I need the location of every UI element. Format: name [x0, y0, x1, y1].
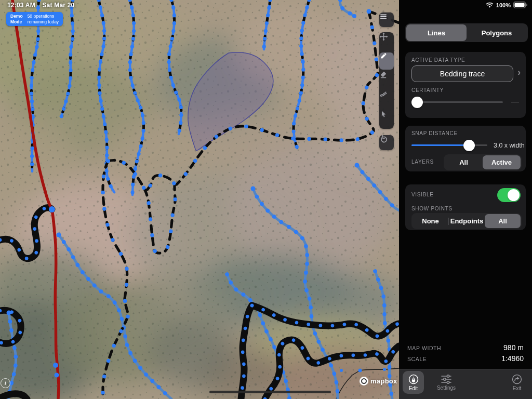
eraser-icon [379, 71, 388, 79]
settings-button[interactable]: Settings [428, 371, 464, 394]
scale-value: 1:4960 [501, 354, 524, 363]
snap-distance-card: SNAP DISTANCE 3.0 x width LAYERS All Act… [405, 126, 526, 171]
map-tool-pill [379, 32, 394, 129]
visible-label: VISIBLE [411, 192, 434, 197]
app-window: 12:03 AM Sat Mar 20 Demo Mode 50 operati… [0, 0, 532, 399]
layers-segmented-control: All Active [444, 154, 522, 170]
status-bar-right: 100% [486, 2, 527, 8]
erase-tool-button[interactable] [379, 71, 394, 90]
mapbox-logo-icon [360, 377, 368, 385]
mode-segmented-control: Lines Polygons [405, 23, 528, 42]
show-points-segmented-control: None Endpoints All [411, 213, 522, 229]
show-points-option-endpoints[interactable]: Endpoints [449, 214, 485, 228]
show-points-label: SHOW POINTS [411, 206, 453, 211]
pointer-icon [379, 110, 388, 118]
demo-badge-title-1: Demo [10, 14, 23, 19]
active-data-type-card: ACTIVE DATA TYPE Bedding trace › CERTAIN… [405, 52, 526, 118]
tab-polygons[interactable]: Polygons [467, 24, 527, 41]
edit-compass-icon [408, 374, 419, 385]
certainty-slider-thumb[interactable] [411, 97, 423, 108]
settings-button-label: Settings [437, 385, 456, 391]
chevron-right-icon[interactable]: › [517, 66, 521, 78]
clock-time: 12:03 AM [7, 2, 35, 9]
visibility-card: VISIBLE SHOW POINTS None Endpoints All [405, 184, 526, 230]
snap-distance-label: SNAP DISTANCE [411, 130, 458, 136]
clock-date: Sat Mar 20 [42, 2, 74, 9]
mapbox-attribution[interactable]: mapbox [360, 377, 397, 385]
demo-badge-text-1: 50 operations [28, 14, 59, 19]
battery-percent: 100% [496, 2, 511, 8]
settings-sliders-icon [440, 374, 453, 384]
snap-slider-thumb[interactable] [463, 140, 475, 151]
certainty-slider[interactable] [411, 96, 503, 109]
battery-icon [513, 2, 527, 8]
map-width-row: MAP WIDTH 980 m [407, 343, 524, 352]
map-width-label: MAP WIDTH [407, 345, 441, 351]
draw-tool-button[interactable] [379, 51, 394, 71]
snap-distance-slider[interactable] [411, 139, 487, 152]
map-canvas[interactable]: 12:03 AM Sat Mar 20 Demo Mode 50 operati… [0, 0, 399, 399]
select-tool-button[interactable] [379, 110, 394, 129]
exit-button-label: Exit [513, 385, 522, 391]
snap-slider-fill [411, 144, 469, 146]
exit-button[interactable]: Exit [506, 371, 528, 394]
visible-toggle[interactable] [497, 188, 521, 202]
demo-badge-text-2: remaining today [28, 19, 59, 25]
smooth-line-icon [379, 90, 388, 99]
tab-lines[interactable]: Lines [406, 24, 467, 41]
show-points-option-none[interactable]: None [413, 214, 448, 228]
bottom-toolbar: Edit Settings Exi [399, 369, 532, 399]
demo-badge-title-2: Mode [10, 19, 23, 25]
visible-toggle-knob [508, 189, 520, 201]
home-indicator[interactable] [209, 391, 331, 393]
move-tool-button[interactable] [379, 32, 394, 51]
side-panel: 100% Lines Polygons ACTIVE DATA TYPE Bed… [399, 0, 532, 399]
undo-icon [379, 135, 388, 144]
satellite-map-graphic [0, 0, 399, 399]
scale-row: SCALE 1:4960 [407, 354, 524, 363]
hamburger-icon [379, 12, 388, 21]
layers-option-active[interactable]: Active [483, 155, 521, 169]
snap-distance-value: 3.0 x width [494, 142, 525, 149]
certainty-label: CERTAINTY [411, 87, 444, 93]
pencil-icon [379, 51, 388, 60]
map-info-button[interactable]: i [1, 378, 10, 388]
data-type-button[interactable]: Bedding trace [411, 65, 513, 82]
exit-arrow-icon [511, 374, 523, 385]
map-menu-button[interactable] [379, 12, 394, 27]
layers-label: LAYERS [411, 159, 434, 165]
edit-button-label: Edit [409, 385, 418, 391]
undo-button[interactable] [379, 135, 394, 150]
map-width-value: 980 m [503, 343, 524, 352]
certainty-value: — [511, 97, 519, 105]
show-points-option-all[interactable]: All [485, 214, 521, 228]
status-bar-left: 12:03 AM Sat Mar 20 [7, 2, 79, 9]
smooth-line-tool-button[interactable] [379, 90, 394, 110]
wifi-icon [486, 2, 494, 8]
edit-mode-button[interactable]: Edit [403, 371, 424, 394]
active-data-type-label: ACTIVE DATA TYPE [411, 57, 465, 63]
mapbox-wordmark: mapbox [370, 377, 397, 385]
demo-mode-badge[interactable]: Demo Mode 50 operations remaining today [6, 12, 63, 26]
move-icon [379, 32, 388, 41]
scale-label: SCALE [407, 356, 427, 362]
info-glyph: i [5, 380, 6, 386]
certainty-slider-track [411, 101, 503, 103]
layers-option-all[interactable]: All [445, 155, 483, 169]
